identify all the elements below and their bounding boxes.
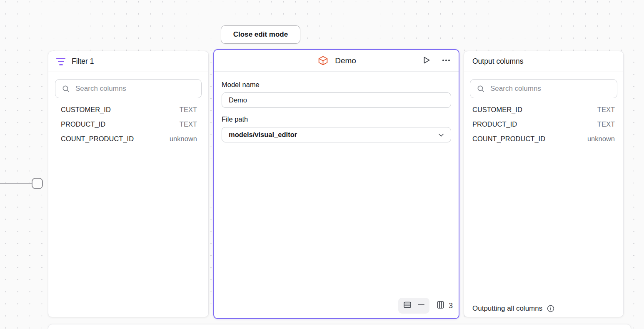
play-icon — [422, 55, 431, 66]
canvas[interactable]: Close edit mode Filter 1 CUSTOMER_ID TEX… — [0, 0, 644, 329]
column-count-value: 3 — [449, 302, 453, 310]
model-stats-footer: 3 — [398, 298, 453, 314]
column-count-stat[interactable]: 3 — [436, 300, 453, 311]
run-model-button[interactable] — [421, 55, 432, 67]
filter-node-panel[interactable]: Filter 1 CUSTOMER_ID TEXT PRODUCT_ID TEX… — [48, 51, 209, 317]
output-search-box[interactable] — [470, 79, 617, 98]
column-type: TEXT — [597, 120, 615, 128]
column-type: unknown — [170, 135, 197, 143]
file-path-select[interactable]: models/visual_editor — [222, 127, 451, 142]
info-icon[interactable] — [546, 304, 556, 314]
column-row[interactable]: COUNT_PRODUCT_ID unknown — [464, 132, 623, 146]
column-type: TEXT — [597, 106, 615, 114]
column-row[interactable]: COUNT_PRODUCT_ID unknown — [48, 132, 208, 146]
more-options-button[interactable] — [440, 55, 452, 67]
filter-column-list: CUSTOMER_ID TEXT PRODUCT_ID TEXT COUNT_P… — [48, 102, 208, 146]
filter-icon — [56, 58, 66, 65]
column-row[interactable]: CUSTOMER_ID TEXT — [464, 102, 623, 117]
output-footer-text: Outputting all columns — [472, 304, 542, 313]
column-row[interactable]: CUSTOMER_ID TEXT — [48, 102, 208, 117]
column-name: COUNT_PRODUCT_ID — [61, 135, 134, 143]
close-edit-mode-button[interactable]: Close edit mode — [221, 25, 300, 44]
column-name: PRODUCT_ID — [472, 120, 517, 128]
minus-icon — [417, 300, 425, 311]
column-name: COUNT_PRODUCT_ID — [472, 135, 545, 143]
model-name-label: Model name — [222, 81, 451, 89]
bottom-partial-panel[interactable] — [48, 324, 631, 329]
filter-search-box[interactable] — [55, 79, 202, 98]
model-name-input[interactable] — [222, 92, 451, 108]
rows-icon — [403, 300, 412, 311]
filter-panel-header: Filter 1 — [48, 51, 208, 72]
model-node-panel[interactable]: Demo — [213, 49, 459, 319]
edge-connector-handle[interactable] — [32, 178, 43, 189]
output-search-input[interactable] — [490, 85, 611, 93]
model-panel-title: Demo — [335, 56, 356, 65]
filter-search-input[interactable] — [75, 85, 195, 93]
column-name: CUSTOMER_ID — [472, 106, 522, 114]
column-name: PRODUCT_ID — [61, 120, 105, 128]
chevron-down-icon — [438, 131, 444, 139]
file-path-value: models/visual_editor — [229, 131, 297, 139]
output-panel-footer: Outputting all columns — [464, 300, 623, 317]
cube-icon — [317, 55, 329, 67]
column-type: unknown — [587, 135, 615, 143]
column-row[interactable]: PRODUCT_ID TEXT — [48, 117, 208, 132]
row-count-stat[interactable] — [398, 298, 429, 314]
search-icon — [476, 84, 486, 94]
file-path-label: File path — [222, 115, 451, 123]
filter-panel-title: Filter 1 — [72, 57, 94, 66]
columns-icon — [436, 300, 445, 311]
output-columns-panel[interactable]: Output columns CUSTOMER_ID TEXT PRODUCT_… — [464, 51, 624, 317]
ellipsis-icon — [441, 55, 451, 66]
column-type: TEXT — [180, 106, 197, 114]
output-panel-title: Output columns — [472, 57, 524, 66]
column-name: CUSTOMER_ID — [61, 106, 111, 114]
output-panel-header: Output columns — [464, 51, 623, 72]
model-panel-header: Demo — [214, 50, 459, 72]
edge-connector-line — [0, 183, 32, 184]
output-column-list: CUSTOMER_ID TEXT PRODUCT_ID TEXT COUNT_P… — [464, 102, 623, 146]
search-icon — [61, 84, 71, 94]
column-row[interactable]: PRODUCT_ID TEXT — [464, 117, 623, 132]
column-type: TEXT — [180, 120, 197, 128]
